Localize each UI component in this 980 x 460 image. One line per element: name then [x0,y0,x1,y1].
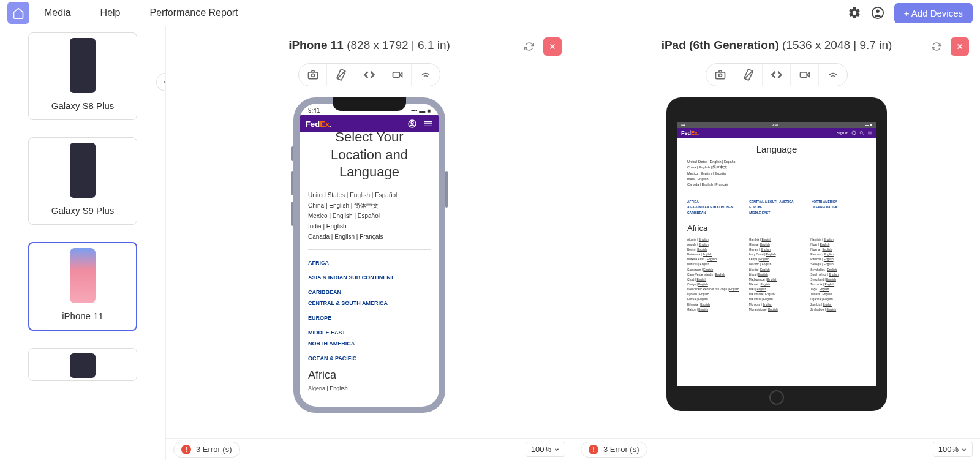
svg-rect-16 [800,72,807,77]
record-icon[interactable] [383,64,412,86]
rotate-icon[interactable] [327,64,355,86]
collapse-sidebar-button[interactable] [156,73,165,91]
africa-list: Algeria | English [300,384,439,393]
record-icon[interactable] [791,64,819,86]
nav-help[interactable]: Help [100,7,121,18]
inspect-icon[interactable] [355,64,383,86]
device-thumb [70,143,96,198]
preview-pane-iphone: iPhone 11 (828 x 1792 | 6.1 in) [165,26,573,460]
ipad-africa-grid: Algeria | EnglishGambia | EnglishNamibia… [677,235,876,315]
device-name: iPhone 11 [288,39,344,51]
device-sidebar: Galaxy S8 Plus Galaxy S9 Plus iPhone 11 [0,26,165,460]
settings-icon[interactable] [848,6,861,20]
refresh-button[interactable] [520,37,538,56]
ipad-home-button[interactable] [769,390,784,405]
status-bar: •••9:41▬ ■ [677,122,876,128]
ipad-regions: AFRICACENTRAL & SOUTH AMERICANORTH AMERI… [677,189,876,219]
svg-point-3 [311,74,314,77]
preview-pane-ipad: iPad (6th Generation) (1536 x 2048 | 9.7… [573,26,980,460]
device-name: iPad (6th Generation) [662,39,779,51]
errors-button[interactable]: ! 3 Error (s) [581,442,647,458]
menu-icon[interactable] [867,130,872,135]
inspect-icon[interactable] [763,64,791,86]
svg-point-17 [852,131,856,135]
device-thumb [70,38,96,93]
africa-heading: Africa [300,364,439,384]
ipad-locale-list: United States | English | Español China … [677,158,876,189]
ipad-africa-heading: Africa [677,219,876,235]
globe-icon[interactable] [851,130,856,135]
fedex-locale-list: United States | English | Español China … [300,190,439,242]
screenshot-icon[interactable] [299,64,327,86]
pane-footer: ! 3 Error (s) 100% [166,438,573,460]
device-label: Galaxy S8 Plus [35,100,130,111]
device-card-iphone-11[interactable]: iPhone 11 [28,242,137,331]
svg-point-8 [411,121,413,124]
ipad-title: Language [677,138,876,158]
menu-icon[interactable] [423,119,433,129]
pane-header: iPhone 11 (828 x 1792 | 6.1 in) [166,26,573,57]
signin-link[interactable]: Sign In [837,131,848,135]
device-toolbar [573,63,980,86]
svg-rect-12 [715,72,725,79]
wifi-icon[interactable] [412,64,440,86]
zoom-select[interactable]: 100% [933,442,973,457]
fedex-logo: FedEx. [681,130,699,136]
pane-footer: ! 3 Error (s) 100% [573,438,980,460]
svg-point-1 [876,10,880,13]
device-card-galaxy-s8[interactable]: Galaxy S8 Plus [28,32,137,120]
errors-button[interactable]: ! 3 Error (s) [173,442,240,458]
ipad-frame: •••9:41▬ ■ FedEx. Sign In Language [666,97,887,411]
iphone-frame: 9:41••• ▬ ■ FedEx. Select Your Location … [293,97,445,413]
rotate-icon[interactable] [734,64,763,86]
error-icon: ! [589,445,598,454]
iphone-screen[interactable]: 9:41••• ▬ ■ FedEx. Select Your Location … [300,104,439,407]
device-spec: (1536 x 2048 | 9.7 in) [782,39,892,51]
search-icon[interactable] [859,130,864,135]
ipad-screen[interactable]: •••9:41▬ ■ FedEx. Sign In Language [677,122,876,386]
wifi-icon[interactable] [819,64,847,86]
device-spec: (828 x 1792 | 6.1 in) [347,39,450,51]
device-card-next[interactable] [28,348,137,381]
home-button[interactable] [7,2,29,24]
nav-performance[interactable]: Performance Report [149,7,238,18]
svg-point-13 [718,74,722,77]
device-thumb [70,353,96,378]
error-icon: ! [181,445,191,454]
close-button[interactable] [543,37,562,56]
screenshot-icon[interactable] [706,64,734,86]
fedex-header: FedEx. Sign In [677,128,876,138]
fedex-logo: FedEx. [306,119,331,129]
add-devices-button[interactable]: + Add Devices [894,3,973,23]
svg-rect-2 [308,72,317,79]
device-toolbar [166,63,573,86]
device-thumb [70,248,96,303]
nav-media[interactable]: Media [44,7,71,18]
account-icon[interactable] [871,6,884,20]
svg-line-19 [862,134,864,135]
app-header: Media Help Performance Report + Add Devi… [0,0,980,26]
pane-header: iPad (6th Generation) (1536 x 2048 | 9.7… [573,26,980,57]
fedex-regions: AFRICA ASIA & INDIAN SUB CONTINENT CARIB… [300,257,439,364]
refresh-button[interactable] [927,37,946,56]
profile-icon[interactable] [407,119,417,129]
fedex-title: Select Your Location and Language [300,127,439,190]
device-label: iPhone 11 [36,311,130,321]
close-button[interactable] [951,37,969,56]
device-label: Galaxy S9 Plus [35,205,130,216]
device-card-galaxy-s9[interactable]: Galaxy S9 Plus [28,137,137,225]
zoom-select[interactable]: 100% [526,442,565,457]
svg-rect-6 [393,72,399,77]
